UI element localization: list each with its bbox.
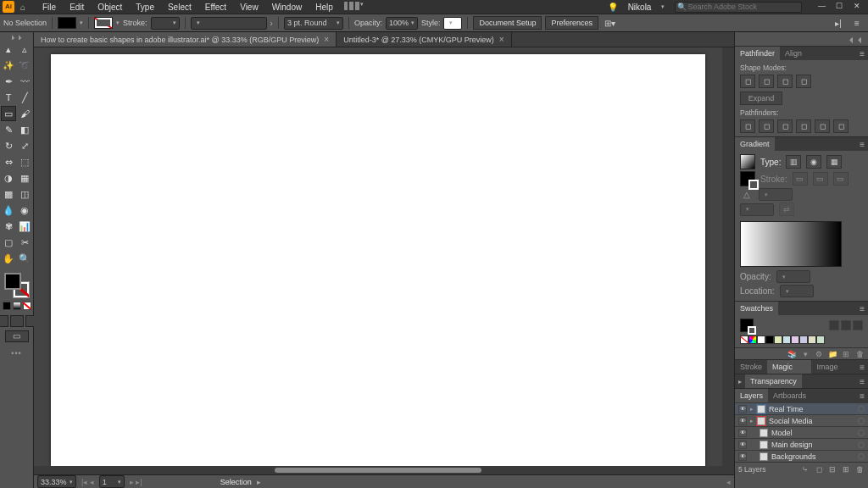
perspective-tool[interactable]: ▦ <box>17 170 32 186</box>
target-icon[interactable] <box>858 430 865 436</box>
close-tab-icon[interactable]: × <box>499 35 504 44</box>
trim-icon[interactable]: ◻ <box>759 119 774 133</box>
eraser-tool[interactable]: ◧ <box>17 122 32 137</box>
new-color-group-icon[interactable]: 📁 <box>827 350 837 358</box>
target-icon[interactable] <box>858 418 865 424</box>
menu-help[interactable]: Help <box>309 3 340 12</box>
screen-mode[interactable]: ▭ <box>5 330 29 342</box>
tab-layers[interactable]: Layers <box>735 389 768 402</box>
blend-tool[interactable]: ◉ <box>17 202 32 218</box>
layer-row[interactable]: 👁 Main design <box>735 438 868 450</box>
magic-wand-tool[interactable]: ✨ <box>1 58 16 73</box>
tab-image-trace[interactable]: Image Trace <box>811 360 856 374</box>
tab-transparency[interactable]: Transparency <box>745 374 802 388</box>
menu-file[interactable]: File <box>36 3 63 12</box>
stroke-swatch[interactable] <box>94 17 113 29</box>
hand-tool[interactable]: ✋ <box>1 251 16 266</box>
expand-layer-icon[interactable]: ▸ <box>750 418 754 424</box>
panel-menu-icon[interactable]: ≡ <box>856 391 868 401</box>
opacity-input[interactable]: 100% <box>386 17 418 30</box>
layer-row[interactable]: 👁 Model <box>735 426 868 438</box>
panel-menu-icon[interactable]: ≡ <box>856 140 868 149</box>
expand-button[interactable]: Expand <box>740 92 782 105</box>
expand-transparency-icon[interactable]: ▸ <box>735 378 745 385</box>
layer-row[interactable]: 👁 Backgrounds <box>735 450 868 462</box>
tab-artboards[interactable]: Artboards <box>768 389 811 402</box>
tab-swatches[interactable]: Swatches <box>735 302 778 315</box>
tab-stroke[interactable]: Stroke <box>735 360 767 374</box>
exclude-icon[interactable]: ◻ <box>796 75 811 88</box>
layer-row[interactable]: 👁 ▸ Real Time <box>735 402 868 414</box>
tab-gradient[interactable]: Gradient <box>735 137 775 151</box>
minus-back-icon[interactable]: ◻ <box>833 119 849 133</box>
free-transform-tool[interactable]: ⬚ <box>17 154 32 169</box>
stock-search-input[interactable]: 🔍 Search Adobe Stock <box>675 2 802 13</box>
pen-tool[interactable]: ✒ <box>1 74 16 89</box>
home-icon[interactable]: ⌂ <box>17 1 29 13</box>
column-graph-tool[interactable]: 📊 <box>17 219 32 234</box>
panel-menu-icon[interactable]: ≡ <box>856 363 868 372</box>
gradient-tool[interactable]: ◫ <box>17 186 32 202</box>
target-icon[interactable] <box>858 406 865 413</box>
vp-dropdown[interactable] <box>191 17 267 30</box>
collapse-panels-icon[interactable]: ⏴⏴ <box>848 35 865 44</box>
horizontal-scrollbar[interactable] <box>34 466 722 474</box>
color-mode-gradient[interactable] <box>13 302 21 310</box>
menu-select[interactable]: Select <box>161 3 198 12</box>
swatch-view-large-icon[interactable] <box>853 320 863 330</box>
artboard-nav-input[interactable]: 1 <box>99 475 125 488</box>
style-dropdown[interactable] <box>443 17 462 30</box>
rectangle-tool[interactable]: ▭ <box>1 106 16 121</box>
mesh-tool[interactable]: ▩ <box>1 186 16 202</box>
layer-name[interactable]: Backgrounds <box>771 452 816 461</box>
swatch-fillstroke[interactable] <box>740 319 754 332</box>
locate-layer-icon[interactable]: ⤷ <box>800 465 810 474</box>
menu-window[interactable]: Window <box>265 3 309 12</box>
document-tab-inactive[interactable]: Untitled-3* @ 27.33% (CMYK/GPU Preview) … <box>337 32 512 47</box>
layer-name[interactable]: Social Media <box>769 417 813 425</box>
scale-tool[interactable]: ⤢ <box>17 138 32 153</box>
unite-icon[interactable]: ◻ <box>740 75 755 88</box>
panel-toggle-icon[interactable]: ▸| <box>831 15 846 30</box>
gradient-fillstroke[interactable] <box>740 171 755 186</box>
menu-type[interactable]: Type <box>129 3 161 12</box>
crop-icon[interactable]: ◻ <box>796 119 811 133</box>
swatch-options-icon[interactable]: ⚙ <box>814 350 824 358</box>
eyedropper-tool[interactable]: 💧 <box>1 202 16 218</box>
document-tab-active[interactable]: How to create basic shapes in adobe illu… <box>34 32 337 47</box>
symbol-sprayer-tool[interactable]: ✾ <box>1 219 16 234</box>
linear-gradient-icon[interactable]: ▥ <box>786 155 801 169</box>
visibility-toggle[interactable]: 👁 <box>738 441 747 449</box>
tab-pathfinder[interactable]: Pathfinder <box>735 47 780 60</box>
user-name[interactable]: Nikola <box>628 3 652 12</box>
tools-collapse-icon[interactable]: ⏵⏵ <box>0 34 33 42</box>
merge-icon[interactable]: ◻ <box>777 119 793 133</box>
fill-stroke-well[interactable] <box>4 273 30 298</box>
color-mode-solid[interactable] <box>3 302 11 310</box>
align-to-icon[interactable]: ⊞▾ <box>602 15 617 30</box>
lightbulb-icon[interactable]: 💡 <box>608 3 618 12</box>
slice-tool[interactable]: ✂ <box>17 235 32 250</box>
paintbrush-tool[interactable]: 🖌 <box>17 106 32 121</box>
make-clipping-mask-icon[interactable]: ◻ <box>814 465 824 474</box>
brush-dropdown[interactable]: 3 pt. Round <box>284 17 343 30</box>
visibility-toggle[interactable]: 👁 <box>738 405 747 413</box>
workspace-switcher-icon[interactable]: ▾ <box>343 1 364 13</box>
visibility-toggle[interactable]: 👁 <box>738 429 747 437</box>
zoom-dropdown[interactable]: 33.33% <box>37 475 76 488</box>
visibility-toggle[interactable]: 👁 <box>738 417 747 425</box>
rotate-tool[interactable]: ↻ <box>1 138 16 153</box>
fill-swatch[interactable] <box>58 17 76 29</box>
window-minimize[interactable]: — <box>815 2 827 14</box>
selection-tool[interactable]: ▴ <box>1 42 16 57</box>
swatch-grid[interactable] <box>740 336 863 344</box>
panel-menu-icon[interactable]: ≡ <box>856 49 868 58</box>
menu-object[interactable]: Object <box>91 3 129 12</box>
close-tab-icon[interactable]: × <box>324 35 329 44</box>
delete-layer-icon[interactable]: 🗑 <box>854 465 865 474</box>
panel-menu-icon[interactable]: ≡ <box>849 15 865 30</box>
swatch-libraries-icon[interactable]: 📚 <box>787 350 797 358</box>
draw-normal-mode[interactable] <box>0 315 8 327</box>
layer-row[interactable]: 👁 ▸ Social Media <box>735 414 868 426</box>
shaper-tool[interactable]: ✎ <box>1 122 16 137</box>
